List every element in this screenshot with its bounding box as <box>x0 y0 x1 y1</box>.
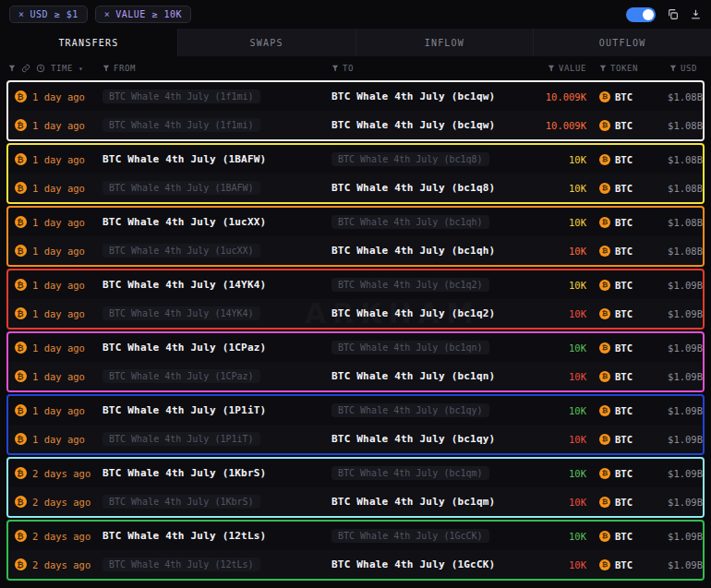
row-value: 10K <box>525 308 592 319</box>
value-column-header[interactable]: VALUE <box>525 64 592 73</box>
table-row[interactable]: ₿ 1 day ago BTC Whale 4th July (1BAFW) B… <box>8 145 703 174</box>
transfers-table-body: ₿ 1 day ago BTC Whale 4th July (1f1mi) B… <box>6 80 705 581</box>
live-toggle[interactable] <box>626 7 656 22</box>
transfer-group: ₿ 1 day ago BTC Whale 4th July (14YK4) B… <box>6 269 705 330</box>
usd-column-header[interactable]: USD <box>645 64 703 73</box>
btc-token-icon: ₿ <box>599 434 610 445</box>
tab-outflow[interactable]: OUTFLOW <box>534 29 711 56</box>
row-time: 1 day ago <box>32 183 102 194</box>
table-row[interactable]: ₿ 1 day ago BTC Whale 4th July (14YK4) B… <box>8 270 703 299</box>
table-row[interactable]: ₿ 1 day ago BTC Whale 4th July (1ucXX) B… <box>8 208 703 236</box>
row-value: 10K <box>525 280 592 291</box>
table-row[interactable]: ₿ 2 days ago BTC Whale 4th July (12tLs) … <box>8 550 703 579</box>
row-to-entity[interactable]: BTC Whale 4th July (bc1qy) <box>331 433 495 445</box>
close-icon[interactable]: × <box>18 9 25 19</box>
row-to-entity[interactable]: BTC Whale 4th July (bc1qm) <box>331 496 495 508</box>
filter-icon <box>8 65 16 72</box>
row-from-entity[interactable]: BTC Whale 4th July (1P1iT) <box>102 404 266 416</box>
row-token: ₿ BTC <box>592 154 645 165</box>
token-column-header[interactable]: TOKEN <box>592 64 645 73</box>
row-value: 10K <box>525 497 592 508</box>
filter-pill-value-label: VALUE ≥ 10K <box>115 9 182 19</box>
filter-icon <box>102 65 110 72</box>
row-token: ₿ BTC <box>592 246 645 257</box>
table-row[interactable]: ₿ 2 days ago BTC Whale 4th July (1KbrS) … <box>8 459 703 487</box>
table-row[interactable]: ₿ 1 day ago BTC Whale 4th July (1CPaz) B… <box>8 362 703 390</box>
row-to-entity[interactable]: BTC Whale 4th July (bc1qn) <box>331 341 489 354</box>
row-to-entity[interactable]: BTC Whale 4th July (bc1qn) <box>331 370 495 382</box>
row-from-entity[interactable]: BTC Whale 4th July (1ucXX) <box>102 244 260 258</box>
row-from-entity[interactable]: BTC Whale 4th July (1BAFW) <box>102 181 260 195</box>
row-from-entity[interactable]: BTC Whale 4th July (1KbrS) <box>102 495 260 509</box>
filter-pill-value[interactable]: × VALUE ≥ 10K <box>95 6 191 23</box>
transfer-group: ₿ 1 day ago BTC Whale 4th July (1ucXX) B… <box>6 206 705 267</box>
download-icon[interactable] <box>690 8 702 20</box>
table-row[interactable]: ₿ 1 day ago BTC Whale 4th July (1ucXX) B… <box>8 236 703 265</box>
table-row[interactable]: ₿ 2 days ago BTC Whale 4th July (12tLs) … <box>8 522 703 550</box>
row-from-entity[interactable]: BTC Whale 4th July (1P1iT) <box>102 432 260 446</box>
row-token-symbol: BTC <box>615 342 633 354</box>
row-to-entity[interactable]: BTC Whale 4th July (bc1qw) <box>331 119 495 131</box>
row-from-entity[interactable]: BTC Whale 4th July (14YK4) <box>102 306 260 320</box>
tab-swaps[interactable]: SWAPS <box>178 29 356 56</box>
toggle-knob <box>643 9 654 20</box>
row-from-entity[interactable]: BTC Whale 4th July (1CPaz) <box>102 369 260 383</box>
row-time: 1 day ago <box>32 280 102 291</box>
tab-inflow[interactable]: INFLOW <box>356 29 535 56</box>
table-row[interactable]: ₿ 1 day ago BTC Whale 4th July (1f1mi) B… <box>8 111 703 139</box>
top-filter-bar: × USD ≥ $1 × VALUE ≥ 10K <box>0 0 711 29</box>
row-from-entity[interactable]: BTC Whale 4th July (1f1mi) <box>102 118 260 132</box>
from-column-header[interactable]: FROM <box>102 64 331 73</box>
row-to-entity[interactable]: BTC Whale 4th July (bc1q8) <box>331 152 489 166</box>
row-token: ₿ BTC <box>592 91 645 102</box>
row-from-entity[interactable]: BTC Whale 4th July (1ucXX) <box>102 216 266 228</box>
btc-token-icon: ₿ <box>599 120 610 131</box>
row-token: ₿ BTC <box>592 280 645 291</box>
row-to-entity[interactable]: BTC Whale 4th July (bc1qm) <box>331 466 489 480</box>
btc-coin-icon: ₿ <box>15 90 27 102</box>
copy-icon[interactable] <box>667 8 679 20</box>
row-to-entity[interactable]: BTC Whale 4th July (bc1qy) <box>331 403 489 417</box>
time-column-header[interactable]: TIME ▾ <box>8 64 102 73</box>
row-to-entity[interactable]: BTC Whale 4th July (1GcCK) <box>331 529 489 543</box>
btc-token-icon: ₿ <box>599 280 610 291</box>
to-column-header[interactable]: TO <box>331 64 525 73</box>
close-icon[interactable]: × <box>104 9 111 19</box>
row-to-entity[interactable]: BTC Whale 4th July (bc1q2) <box>331 278 489 292</box>
filter-pill-usd[interactable]: × USD ≥ $1 <box>9 6 88 23</box>
btc-coin-icon: ₿ <box>15 182 27 194</box>
row-from-entity[interactable]: BTC Whale 4th July (1f1mi) <box>102 90 260 103</box>
row-usd: $1.09B <box>645 468 703 479</box>
row-from-entity[interactable]: BTC Whale 4th July (12tLs) <box>102 530 266 542</box>
row-token-symbol: BTC <box>615 497 633 508</box>
row-to-entity[interactable]: BTC Whale 4th July (bc1q2) <box>331 307 495 319</box>
tab-bar: TRANSFERS SWAPS INFLOW OUTFLOW <box>0 29 711 56</box>
tab-transfers[interactable]: TRANSFERS <box>0 29 178 56</box>
table-row[interactable]: ₿ 2 days ago BTC Whale 4th July (1KbrS) … <box>8 487 703 516</box>
row-from-entity[interactable]: BTC Whale 4th July (14YK4) <box>102 279 266 291</box>
row-to-entity[interactable]: BTC Whale 4th July (bc1qw) <box>331 90 495 102</box>
row-to-entity[interactable]: BTC Whale 4th July (bc1qh) <box>331 245 495 257</box>
table-row[interactable]: ₿ 1 day ago BTC Whale 4th July (14YK4) B… <box>8 299 703 328</box>
row-token-symbol: BTC <box>615 308 633 319</box>
row-from-entity[interactable]: BTC Whale 4th July (12tLs) <box>102 558 260 571</box>
row-from-entity[interactable]: BTC Whale 4th July (1KbrS) <box>102 467 266 479</box>
row-time: 1 day ago <box>32 434 102 445</box>
btc-coin-icon: ₿ <box>15 433 27 445</box>
table-row[interactable]: ₿ 1 day ago BTC Whale 4th July (1P1iT) B… <box>8 425 703 453</box>
row-to-entity[interactable]: BTC Whale 4th July (1GcCK) <box>331 558 495 570</box>
table-row[interactable]: ₿ 1 day ago BTC Whale 4th July (1BAFW) B… <box>8 174 703 202</box>
row-from-entity[interactable]: BTC Whale 4th July (1CPaz) <box>102 342 266 354</box>
table-row[interactable]: ₿ 1 day ago BTC Whale 4th July (1f1mi) B… <box>8 82 703 111</box>
row-usd: $1.09B <box>645 559 703 570</box>
btc-token-icon: ₿ <box>599 308 610 319</box>
row-from-entity[interactable]: BTC Whale 4th July (1BAFW) <box>102 153 266 165</box>
table-row[interactable]: ₿ 1 day ago BTC Whale 4th July (1CPaz) B… <box>8 333 703 362</box>
row-to-entity[interactable]: BTC Whale 4th July (bc1q8) <box>331 182 495 194</box>
row-time: 1 day ago <box>32 120 102 131</box>
table-row[interactable]: ₿ 1 day ago BTC Whale 4th July (1P1iT) B… <box>8 396 703 425</box>
row-to-entity[interactable]: BTC Whale 4th July (bc1qh) <box>331 215 489 229</box>
row-value: 10K <box>525 405 592 416</box>
row-usd: $1.09B <box>645 531 703 542</box>
row-time: 1 day ago <box>32 154 102 165</box>
